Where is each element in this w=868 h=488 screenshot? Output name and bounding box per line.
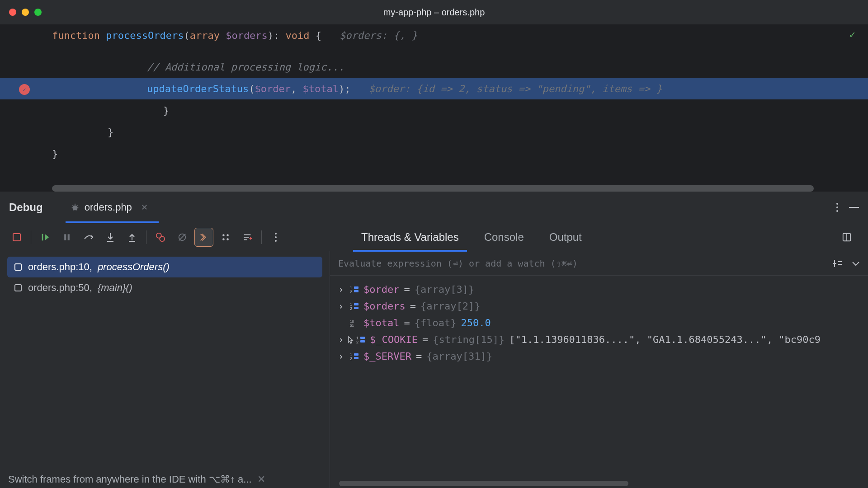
variable-row[interactable]: › 12 $order = {array[3]}	[335, 281, 863, 298]
close-window-button[interactable]	[9, 9, 16, 16]
window-title: my-app-php – orders.php	[383, 7, 485, 18]
chevron-right-icon[interactable]: ›	[336, 351, 345, 362]
svg-rect-38	[354, 357, 359, 359]
code-editor[interactable]: ✓ ✓ function processOrders(array $orders…	[0, 24, 868, 192]
stop-button[interactable]	[7, 228, 26, 247]
settings-button[interactable]	[216, 228, 235, 247]
resume-button[interactable]	[36, 228, 55, 247]
step-out-button[interactable]	[123, 228, 142, 247]
mute-breakpoints-button[interactable]	[173, 228, 192, 247]
svg-rect-2	[64, 234, 66, 240]
variable-row[interactable]: › 12 $_COOKIE = {string[15]} ["1.1.13960…	[335, 331, 863, 348]
toolbar-divider	[31, 230, 31, 244]
svg-rect-28	[354, 307, 359, 309]
svg-text:2: 2	[356, 340, 359, 344]
evaluate-expression-button[interactable]	[194, 228, 213, 247]
tab-console[interactable]: Console	[472, 225, 537, 250]
frames-panel: orders.php:10, processOrders() orders.ph…	[0, 251, 330, 488]
breakpoint-check-icon: ✓	[23, 87, 26, 93]
step-over-button[interactable]	[79, 228, 98, 247]
scalar-type-icon: 1001	[350, 319, 359, 327]
debug-title: Debug	[9, 201, 43, 214]
svg-text:2: 2	[350, 290, 352, 294]
inspection-ok-icon[interactable]: ✓	[849, 29, 855, 40]
debug-toolbar: Threads & Variables Console Output	[0, 223, 868, 251]
step-into-button[interactable]	[101, 228, 120, 247]
layout-settings-icon[interactable]	[837, 228, 856, 247]
chevron-right-icon[interactable]: ›	[336, 300, 345, 312]
svg-rect-37	[354, 353, 359, 356]
frame-icon	[14, 263, 23, 272]
code-line-current[interactable]: updateOrderStatus($order, $total);$order…	[0, 78, 868, 99]
code-line[interactable]: // Additional processing logic...	[0, 56, 868, 78]
toolbar-divider	[261, 230, 262, 244]
tab-output[interactable]: Output	[537, 225, 594, 250]
add-watch-icon[interactable]	[832, 258, 843, 269]
window-titlebar: my-app-php – orders.php	[0, 0, 868, 24]
svg-point-11	[226, 238, 229, 240]
variable-row[interactable]: › 12 $orders = {array[2]}	[335, 298, 863, 314]
array-type-icon: 12	[350, 302, 359, 310]
more-toolbar-icon[interactable]	[266, 228, 285, 247]
inline-hint: $orders: {, }	[340, 30, 417, 41]
svg-rect-24	[354, 290, 359, 292]
variable-row[interactable]: › 12 $_SERVER = {array[31]}	[335, 348, 863, 365]
editor-horizontal-scrollbar[interactable]	[52, 185, 814, 192]
cursor-icon	[347, 335, 354, 344]
array-type-icon: 12	[356, 336, 365, 344]
editor-gutter[interactable]: ✓	[0, 24, 32, 192]
debug-header: Debug orders.php ✕	[0, 192, 868, 223]
code-line[interactable]: }	[0, 121, 868, 143]
minimize-window-button[interactable]	[22, 9, 29, 16]
tip-bar: Switch frames from anywhere in the IDE w…	[8, 474, 265, 485]
chevron-right-icon[interactable]: ›	[336, 284, 345, 295]
maximize-window-button[interactable]	[34, 9, 42, 16]
svg-rect-34	[360, 340, 365, 343]
code-line[interactable]: function processOrders(array $orders): v…	[0, 24, 868, 46]
variable-row[interactable]: › 1001 $total = {float} 250.0	[335, 314, 863, 331]
tab-threads-variables[interactable]: Threads & Variables	[349, 225, 472, 250]
svg-point-5	[160, 236, 165, 241]
code-line[interactable]: }	[0, 143, 868, 164]
expand-icon[interactable]	[852, 261, 860, 266]
array-type-icon: 12	[350, 286, 359, 294]
close-tip-icon[interactable]: ✕	[257, 474, 265, 485]
svg-rect-27	[354, 303, 359, 305]
more-options-icon[interactable]	[836, 203, 838, 212]
view-breakpoints-button[interactable]	[151, 228, 170, 247]
array-type-icon: 12	[350, 352, 359, 361]
svg-rect-23	[354, 286, 359, 289]
code-line[interactable]	[0, 46, 868, 56]
svg-rect-19	[15, 264, 21, 270]
bug-icon	[70, 202, 80, 212]
close-tab-icon[interactable]: ✕	[141, 202, 148, 212]
variables-panel: Evaluate expression (⏎) or add a watch (…	[330, 251, 868, 488]
chevron-right-icon[interactable]: ›	[336, 334, 345, 345]
svg-rect-33	[360, 337, 365, 339]
svg-text:2: 2	[350, 306, 352, 310]
filter-button[interactable]	[238, 228, 257, 247]
pause-button[interactable]	[57, 228, 76, 247]
svg-text:10: 10	[350, 319, 354, 324]
variables-horizontal-scrollbar[interactable]	[339, 481, 628, 486]
inline-hint: $order: {id => 2, status => "pending", i…	[368, 83, 662, 94]
breakpoint-icon[interactable]: ✓	[19, 84, 30, 95]
minimize-panel-icon[interactable]	[849, 207, 859, 208]
traffic-lights	[9, 9, 42, 16]
debug-panel: Debug orders.php ✕	[0, 192, 868, 488]
stack-frame[interactable]: orders.php:10, processOrders()	[7, 257, 322, 277]
debug-session-tab[interactable]: orders.php ✕	[66, 192, 159, 223]
eval-placeholder: Evaluate expression (⏎) or add a watch (…	[338, 258, 832, 269]
stack-frame[interactable]: orders.php:50, {main}()	[7, 277, 322, 298]
toolbar-divider	[146, 230, 146, 244]
svg-text:2: 2	[350, 357, 352, 361]
code-line[interactable]: }	[0, 99, 868, 121]
svg-text:01: 01	[350, 324, 354, 327]
svg-point-8	[222, 234, 225, 236]
svg-rect-1	[42, 234, 43, 241]
svg-point-10	[222, 238, 225, 240]
svg-rect-3	[68, 234, 70, 240]
evaluate-expression-bar[interactable]: Evaluate expression (⏎) or add a watch (…	[330, 251, 868, 276]
svg-rect-20	[15, 285, 21, 291]
svg-point-9	[226, 234, 229, 236]
